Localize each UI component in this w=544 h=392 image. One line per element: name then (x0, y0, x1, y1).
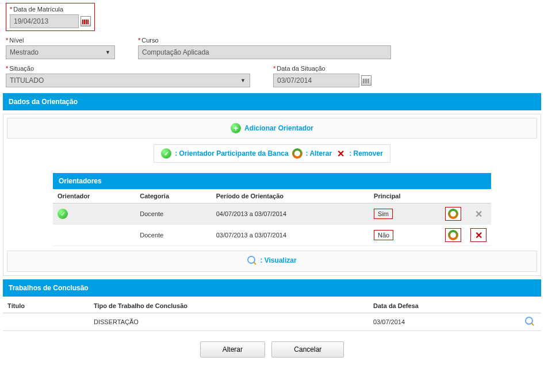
curso-input[interactable] (138, 45, 391, 59)
curso-label: Curso (138, 37, 538, 44)
cell-categoria: Docente (135, 225, 211, 246)
remover-button-disabled: ✕ (473, 209, 484, 219)
orientadores-table: Orientador Categoria Período de Orientaç… (53, 189, 491, 246)
legend-box: ✓ : Orientador Participante da Banca : A… (154, 144, 390, 163)
visualizar-link[interactable]: : Visualizar (247, 256, 296, 265)
cell-tipo: DISSERTAÇÃO (89, 313, 369, 331)
data-matricula-input[interactable] (10, 14, 79, 28)
check-icon: ✓ (161, 148, 171, 159)
orientadores-header: Orientadores (53, 173, 491, 189)
principal-badge: Sim (374, 209, 393, 219)
table-row: DISSERTAÇÃO 03/07/2014 (3, 313, 541, 331)
adicionar-orientador-label: Adicionar Orientador (244, 124, 313, 132)
table-row: ✓ Docente 04/07/2013 a 03/07/2014 Sim ✕ (53, 203, 491, 225)
col-periodo: Período de Orientação (212, 189, 369, 203)
alterar-button[interactable] (445, 207, 461, 221)
legend-participante: : Orientador Participante da Banca (175, 149, 288, 157)
calendar-icon[interactable] (361, 75, 371, 86)
col-categoria: Categoria (135, 189, 211, 203)
x-icon: ✕ (473, 230, 484, 240)
section-trabalhos-header: Trabalhos de Conclusão (3, 279, 541, 297)
calendar-icon[interactable] (81, 16, 91, 26)
alterar-button[interactable]: Alterar (200, 341, 265, 358)
cell-periodo: 04/07/2013 a 03/07/2014 (212, 203, 369, 225)
cell-data: 03/07/2014 (369, 313, 518, 331)
data-situacao-input[interactable] (273, 74, 359, 87)
magnify-icon[interactable] (525, 317, 534, 326)
cell-titulo (3, 313, 89, 331)
section-orientacao-body: + Adicionar Orientador ✓ : Orientador Pa… (3, 114, 541, 276)
check-icon: ✓ (58, 209, 68, 219)
col-principal: Principal (369, 189, 440, 203)
visualizar-label: : Visualizar (260, 256, 296, 264)
alterar-button[interactable] (445, 228, 461, 242)
col-data: Data da Defesa (369, 299, 518, 313)
situacao-select[interactable] (6, 74, 250, 87)
cell-orientador (53, 225, 135, 246)
table-row: Docente 03/07/2013 a 03/07/2014 Não ✕ (53, 225, 491, 246)
cell-periodo: 03/07/2013 a 03/07/2014 (212, 225, 369, 246)
col-tipo: Tipo de Trabalho de Conclusão (89, 299, 369, 313)
data-situacao-label: Data da Situação (273, 65, 371, 72)
legend-remover: : Remover (349, 149, 383, 157)
data-matricula-box: Data de Matrícula (6, 3, 95, 31)
refresh-icon (448, 230, 458, 240)
situacao-label: Situação (6, 65, 262, 72)
magnify-icon (247, 256, 256, 265)
section-orientacao-header: Dados da Orientação (3, 93, 541, 110)
cell-categoria: Docente (135, 203, 211, 225)
refresh-icon (292, 148, 302, 159)
col-titulo: Título (3, 299, 89, 313)
nivel-label: Nível (6, 37, 127, 44)
principal-badge: Não (374, 230, 393, 240)
cancelar-button[interactable]: Cancelar (271, 341, 344, 358)
plus-icon: + (231, 123, 241, 133)
x-icon: ✕ (335, 148, 346, 159)
nivel-select[interactable] (6, 45, 115, 59)
col-orientador: Orientador (53, 189, 135, 203)
remover-button[interactable]: ✕ (470, 228, 486, 242)
adicionar-orientador-link[interactable]: + Adicionar Orientador (231, 123, 313, 133)
trabalhos-table: Título Tipo de Trabalho de Conclusão Dat… (3, 299, 541, 331)
legend-alterar: : Alterar (306, 149, 332, 157)
refresh-icon (448, 209, 458, 219)
data-matricula-label: Data de Matrícula (10, 6, 91, 13)
